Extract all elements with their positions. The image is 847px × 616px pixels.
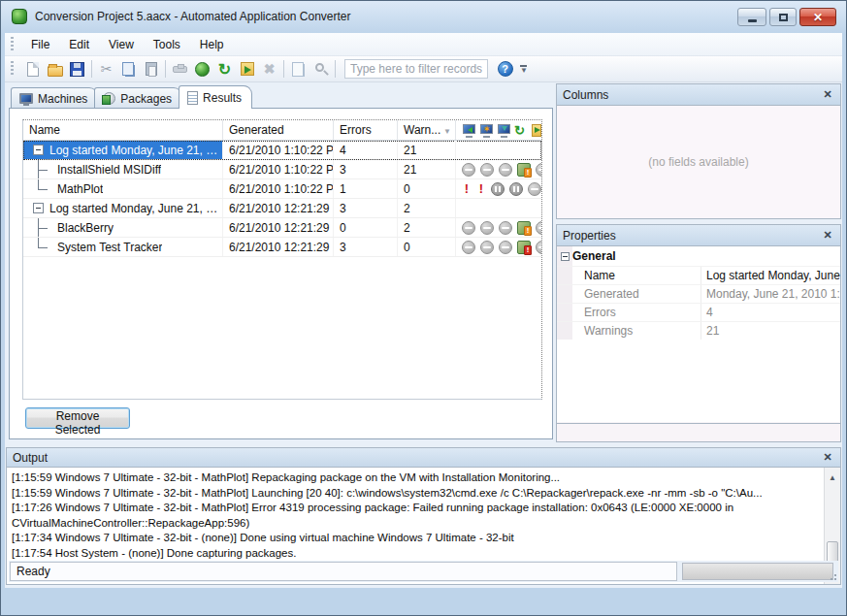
output-panel-header[interactable]: Output ✕ (7, 448, 840, 468)
maximize-button[interactable] (769, 8, 797, 26)
column-header-generated[interactable]: Generated (223, 120, 334, 140)
title-bar[interactable]: Conversion Project 5.aacx - Automated Ap… (1, 1, 846, 32)
column-header-errors[interactable]: Errors (334, 120, 398, 140)
menu-help[interactable]: Help (190, 35, 234, 54)
collapse-icon[interactable] (33, 145, 44, 155)
property-category-general[interactable]: General (557, 246, 840, 266)
row-errors: 3 (334, 199, 398, 217)
copy-icon (125, 65, 135, 77)
row-generated: 6/21/2010 1:10:22 PM (223, 141, 334, 159)
properties-panel-header[interactable]: Properties ✕ (557, 225, 840, 246)
menu-file[interactable]: File (21, 35, 59, 54)
collapse-icon[interactable] (561, 252, 570, 261)
table-row-log-1[interactable]: Log started Monday, June 21, 201... 6/21… (23, 141, 541, 160)
menu-tools[interactable]: Tools (144, 35, 190, 54)
refresh-icon: ↻ (514, 123, 530, 138)
toolbar-grip[interactable] (11, 61, 14, 77)
status-minus-icon (499, 241, 512, 254)
row-generated: 6/21/2010 12:21:29 ... (223, 199, 334, 217)
output-line: [1:15:59 Windows 7 Ultimate - 32-bit - M… (12, 486, 821, 502)
property-row-generated[interactable]: Generated Monday, June 21, 2010 1:10 (557, 284, 840, 303)
scroll-up-icon[interactable]: ▲ (825, 470, 840, 485)
menubar-grip[interactable] (11, 37, 14, 52)
export-icon (532, 124, 541, 137)
copy-button[interactable] (117, 58, 140, 81)
row-name: Log started Monday, June 21, 201... (49, 202, 222, 215)
toolbar-overflow-button[interactable]: ▼ (520, 65, 528, 73)
row-name: InstallShield MSIDiff (57, 163, 161, 177)
columns-panel-header[interactable]: Columns ✕ (557, 84, 840, 106)
new-document-icon (27, 62, 39, 77)
table-row-mathplot[interactable]: MathPlot 6/21/2010 1:10:22 PM 1 0 ! ! (23, 179, 541, 199)
table-row-system-test-tracker[interactable]: System Test Tracker 6/21/2010 12:21:29 .… (23, 238, 541, 257)
row-name: MathPlot (57, 182, 103, 196)
tab-machines[interactable]: Machines (11, 87, 98, 109)
status-pause-icon (509, 182, 523, 196)
filter-input[interactable] (344, 59, 488, 79)
row-status-icons (456, 199, 541, 217)
virtual-machine-button[interactable] (191, 58, 213, 81)
close-icon[interactable]: ✕ (821, 229, 834, 243)
property-value[interactable]: 4 (700, 304, 840, 321)
property-value[interactable]: 21 (700, 322, 840, 340)
property-row-errors[interactable]: Errors 4 (557, 303, 840, 321)
stop-button[interactable]: ✖ (258, 58, 280, 81)
row-status-icons: ! (456, 218, 541, 237)
refresh-button[interactable]: ↻ (213, 58, 236, 81)
search-icon (315, 63, 324, 72)
status-bar: Ready (9, 561, 838, 582)
close-icon[interactable]: ✕ (821, 451, 834, 465)
row-warnings: 2 (398, 199, 456, 217)
menu-edit[interactable]: Edit (59, 35, 99, 54)
column-header-icons[interactable]: ✶ ↻ (456, 120, 541, 140)
collapse-icon[interactable] (33, 203, 44, 213)
property-row-warnings[interactable]: Warnings 21 (557, 321, 840, 340)
close-icon[interactable]: ✕ (821, 88, 834, 102)
connect-button[interactable] (169, 58, 191, 81)
resize-grip-icon[interactable] (827, 570, 836, 580)
close-button[interactable]: ✕ (799, 8, 836, 26)
filter-dropdown-icon[interactable]: ▼ (443, 127, 451, 136)
property-value[interactable]: Monday, June 21, 2010 1:10 (700, 285, 840, 303)
minimize-button[interactable] (737, 8, 766, 26)
open-button[interactable] (44, 58, 66, 81)
tab-results[interactable]: Results (179, 85, 252, 109)
package-error-icon: ! (517, 241, 531, 254)
machine-build-icon: ✶ (479, 123, 495, 138)
new-document-button[interactable] (21, 58, 44, 81)
property-value[interactable]: Log started Monday, June (700, 267, 840, 284)
help-button[interactable]: ? (494, 58, 516, 81)
table-row-blackberry[interactable]: BlackBerry 6/21/2010 12:21:29 ... 0 2 ! (23, 218, 541, 238)
property-row-name[interactable]: Name Log started Monday, June (557, 266, 840, 284)
tab-packages[interactable]: Packages (94, 87, 182, 109)
status-minus-icon (480, 221, 494, 235)
status-minus-icon (480, 163, 494, 177)
property-description-box (557, 423, 840, 441)
menu-view[interactable]: View (99, 35, 144, 54)
search-button[interactable] (309, 58, 332, 81)
machine-capture-icon (462, 123, 477, 138)
row-warnings: 2 (398, 218, 456, 237)
column-header-warnings[interactable]: Warn...▼ (398, 120, 456, 140)
tab-strip: Machines Packages Results (11, 85, 248, 109)
export-package-button[interactable] (236, 58, 258, 81)
cut-button[interactable]: ✂ (95, 58, 117, 81)
table-row-log-2[interactable]: Log started Monday, June 21, 201... 6/21… (23, 199, 541, 218)
table-row-installshield[interactable]: InstallShield MSIDiff 6/21/2010 1:10:22 … (23, 160, 541, 179)
property-grid: General Name Log started Monday, June Ge… (557, 246, 840, 422)
paste-button[interactable] (140, 58, 162, 81)
row-errors: 4 (334, 141, 398, 159)
progress-indicator (682, 563, 833, 580)
app-icon (12, 9, 27, 24)
status-minus-icon (536, 163, 541, 177)
document-icon (187, 91, 198, 105)
remove-selected-button[interactable]: Remove Selected (25, 407, 130, 429)
report-button[interactable] (287, 58, 309, 81)
status-minus-icon (499, 221, 512, 235)
row-name: Log started Monday, June 21, 201... (49, 144, 222, 157)
column-header-name[interactable]: Name (23, 120, 223, 140)
app-window: Conversion Project 5.aacx - Automated Ap… (0, 0, 847, 616)
save-button[interactable] (66, 58, 88, 81)
row-generated: 6/21/2010 12:21:29 ... (223, 218, 334, 237)
row-gutter (557, 267, 572, 284)
